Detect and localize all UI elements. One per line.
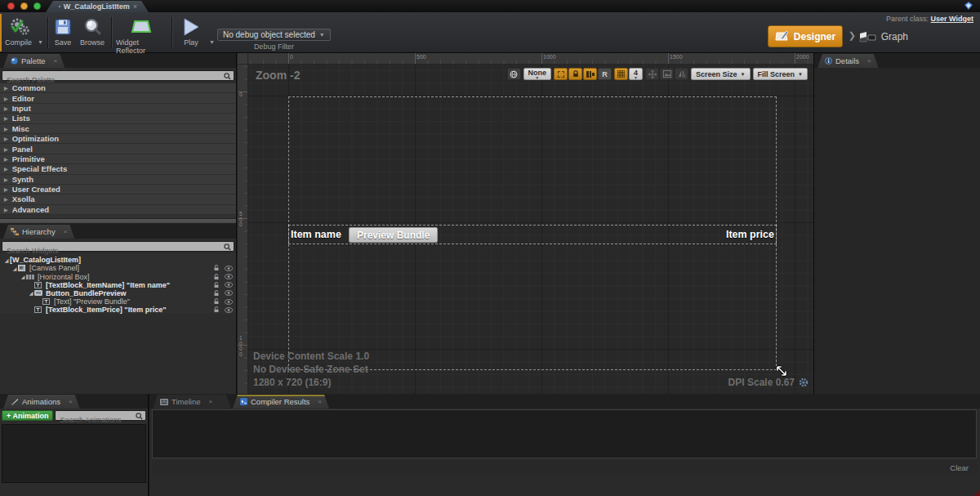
lock-open-icon[interactable]	[213, 274, 220, 280]
horizontal-box-outline[interactable]: Item name Preview Bundle Item price	[288, 225, 777, 244]
window-close-button[interactable]	[7, 2, 15, 10]
expander-collapsed-icon[interactable]: ▶	[4, 96, 8, 101]
close-icon[interactable]: ×	[54, 57, 58, 65]
grid-size-dropdown[interactable]: 4 ▼	[629, 68, 643, 80]
lock-open-icon[interactable]	[213, 282, 220, 288]
resize-handle-cursor-icon[interactable]	[774, 364, 789, 378]
preview-bundle-button[interactable]: Preview Bundle	[349, 227, 438, 243]
expander-expanded-icon[interactable]: ◢	[28, 290, 34, 296]
palette-category-primitive[interactable]: ▶Primitive	[0, 154, 236, 164]
tab-compiler-results[interactable]: Compiler Results ×	[233, 395, 329, 409]
expander-collapsed-icon[interactable]: ▶	[4, 136, 8, 141]
animations-search[interactable]	[55, 410, 146, 421]
hierarchy-row[interactable]: [TextBlock_ItemName] "Item name"	[0, 281, 236, 289]
design-canvas[interactable]: Zoom -2 None ▼	[248, 65, 813, 394]
hierarchy-row[interactable]: ◢[Horizontal Box]	[0, 272, 236, 280]
item-name-textblock[interactable]: Item name	[291, 229, 341, 240]
expander-collapsed-icon[interactable]: ▶	[4, 196, 8, 202]
localization-preview-button[interactable]	[507, 68, 521, 80]
tab-details[interactable]: Details ×	[817, 54, 879, 68]
save-button[interactable]: Save	[54, 16, 72, 47]
expander-collapsed-icon[interactable]: ▶	[4, 85, 8, 91]
window-zoom-button[interactable]	[33, 2, 41, 10]
graph-mode-button[interactable]: Graph	[859, 27, 908, 47]
translate-mode-button[interactable]	[645, 68, 659, 80]
palette-category-input[interactable]: ▶Input	[0, 104, 236, 114]
lock-widgets-toggle[interactable]	[568, 68, 582, 80]
palette-search[interactable]	[2, 70, 234, 81]
palette-category-advanced[interactable]: ▶Advanced	[0, 205, 236, 215]
browse-button[interactable]: Browse	[80, 16, 105, 47]
palette-category-common[interactable]: ▶Common	[0, 83, 236, 93]
lock-open-icon[interactable]	[213, 265, 220, 271]
grid-snapping-toggle[interactable]	[614, 68, 628, 80]
hierarchy-row[interactable]: ◢[Canvas Panel]	[0, 264, 236, 272]
close-icon[interactable]: ×	[867, 57, 871, 65]
close-icon[interactable]: ×	[64, 228, 68, 235]
palette-category-panel[interactable]: ▶Panel	[0, 144, 236, 154]
respect-locks-toggle[interactable]: R	[598, 68, 612, 80]
visibility-eye-icon[interactable]	[225, 282, 233, 288]
dpi-settings-gear-icon[interactable]	[799, 378, 808, 387]
widget-reflector-button[interactable]: Widget Reflector	[116, 16, 167, 55]
expander-collapsed-icon[interactable]: ▶	[4, 115, 8, 121]
lock-open-icon[interactable]	[213, 290, 220, 297]
visibility-eye-icon[interactable]	[225, 299, 233, 305]
expander-expanded-icon[interactable]: ◢	[11, 266, 18, 271]
visibility-eye-icon[interactable]	[225, 274, 233, 279]
compile-button[interactable]: Compile	[5, 16, 32, 47]
hierarchy-row[interactable]: ◢[W_CatalogListItem]	[0, 256, 236, 264]
hierarchy-search-input[interactable]	[2, 247, 234, 256]
expander-collapsed-icon[interactable]: ▶	[4, 177, 8, 182]
compile-options-caret-icon[interactable]: ▼	[38, 39, 43, 45]
tab-palette[interactable]: Palette ×	[3, 54, 65, 68]
expander-collapsed-icon[interactable]: ▶	[4, 146, 8, 152]
play-button[interactable]: Play	[178, 16, 204, 47]
palette-category-synth[interactable]: ▶Synth	[0, 175, 236, 185]
show-anchors-toggle[interactable]	[554, 68, 568, 80]
compiler-results-log[interactable]	[152, 409, 977, 458]
animations-search-input[interactable]	[56, 416, 145, 425]
close-icon[interactable]: ×	[318, 398, 322, 405]
tab-hierarchy[interactable]: Hierarchy ×	[3, 225, 74, 239]
expander-collapsed-icon[interactable]: ▶	[4, 156, 8, 162]
flip-preview-button[interactable]	[675, 68, 688, 80]
expander-collapsed-icon[interactable]: ▶	[4, 126, 8, 132]
visibility-eye-icon[interactable]	[225, 307, 233, 313]
palette-category-lists[interactable]: ▶Lists	[0, 114, 236, 123]
hierarchy-search[interactable]	[2, 241, 234, 252]
hierarchy-row[interactable]: [Text] "Preview Bundle"	[0, 297, 236, 306]
expander-collapsed-icon[interactable]: ▶	[4, 105, 8, 111]
expander-collapsed-icon[interactable]: ▶	[4, 166, 8, 172]
add-animation-button[interactable]: + Animation	[2, 410, 53, 421]
lock-open-icon[interactable]	[213, 298, 220, 305]
palette-category-special-effects[interactable]: ▶Special Effects	[0, 164, 236, 174]
expander-collapsed-icon[interactable]: ▶	[4, 186, 8, 192]
window-resize-grip[interactable]	[973, 489, 980, 496]
tab-animations[interactable]: Animations ×	[3, 395, 80, 409]
expander-collapsed-icon[interactable]: ▶	[4, 207, 8, 212]
tab-timeline[interactable]: Timeline ×	[153, 395, 231, 409]
debug-object-dropdown[interactable]: No debug object selected ▼	[217, 29, 331, 41]
hierarchy-row[interactable]: ◢Button_BundlePreview	[0, 289, 236, 297]
localization-none-dropdown[interactable]: None ▼	[523, 68, 552, 80]
close-icon[interactable]: ×	[133, 2, 137, 11]
asset-tab[interactable]: W_CatalogListItem ×	[46, 1, 149, 12]
expander-expanded-icon[interactable]: ◢	[3, 257, 10, 263]
palette-category-optimization[interactable]: ▶Optimization	[0, 134, 236, 144]
outline-mode-toggle[interactable]	[583, 68, 597, 80]
palette-search-input[interactable]	[2, 76, 234, 85]
item-price-textblock[interactable]: Item price	[726, 229, 774, 240]
close-icon[interactable]: ×	[209, 398, 213, 405]
screen-size-dropdown[interactable]: Screen Size ▼	[691, 68, 750, 80]
preview-background-button[interactable]	[660, 68, 674, 80]
visibility-eye-icon[interactable]	[225, 290, 233, 296]
hierarchy-row[interactable]: [TextBlock_ItemPrice] "Item price"	[0, 306, 236, 314]
play-options-caret-icon[interactable]: ▼	[209, 39, 215, 45]
palette-category-editor[interactable]: ▶Editor	[0, 93, 236, 103]
notification-flag-icon[interactable]	[964, 2, 973, 11]
palette-category-misc[interactable]: ▶Misc	[0, 124, 236, 134]
visibility-eye-icon[interactable]	[225, 266, 233, 271]
fill-screen-dropdown[interactable]: Fill Screen ▼	[753, 68, 808, 80]
expander-expanded-icon[interactable]: ◢	[20, 274, 26, 279]
